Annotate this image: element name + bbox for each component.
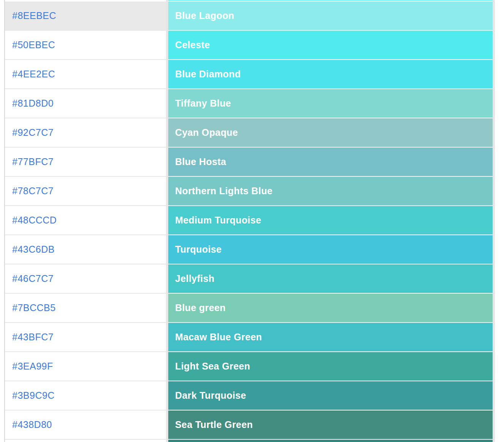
- table-right-border: [493, 411, 495, 440]
- hex-code-link[interactable]: #81D8D0: [12, 98, 54, 109]
- color-swatch: Celeste: [168, 31, 493, 60]
- color-swatch: Blue Hosta: [168, 148, 493, 177]
- table-row: #8EEBEC Blue Lagoon: [5, 2, 495, 31]
- hex-code-link[interactable]: #48CCCD: [12, 215, 57, 226]
- partial-color-swatch-bottom: [168, 440, 493, 442]
- color-name-label: Turquoise: [175, 244, 222, 255]
- hex-code-cell: #3EA99F: [5, 352, 166, 381]
- table-right-border: [493, 352, 495, 381]
- color-name-label: Jellyfish: [175, 273, 215, 284]
- color-table: #8EEBEC Blue Lagoon #50EBEC Celeste #4EE…: [4, 0, 495, 442]
- table-row: #43BFC7 Macaw Blue Green: [5, 323, 495, 352]
- hex-code-cell: #43C6DB: [5, 235, 166, 264]
- hex-code-link[interactable]: #438D80: [12, 419, 52, 430]
- table-row: #78C7C7 Northern Lights Blue: [5, 177, 495, 206]
- color-name-label: Macaw Blue Green: [175, 332, 262, 343]
- hex-code-link[interactable]: #43C6DB: [12, 244, 55, 255]
- hex-code-cell: #438D80: [5, 411, 166, 440]
- color-rows: #8EEBEC Blue Lagoon #50EBEC Celeste #4EE…: [5, 2, 495, 440]
- hex-code-cell: #81D8D0: [5, 89, 166, 118]
- color-name-label: Celeste: [175, 39, 210, 50]
- color-name-label: Blue Lagoon: [175, 10, 234, 21]
- table-right-border: [493, 177, 495, 206]
- hex-code-link[interactable]: #3B9C9C: [12, 390, 55, 401]
- hex-code-link[interactable]: #7BCCB5: [12, 302, 56, 313]
- color-name-label: Cyan Opaque: [175, 127, 238, 138]
- color-name-label: Sea Turtle Green: [175, 419, 253, 430]
- color-swatch: Northern Lights Blue: [168, 177, 493, 206]
- color-name-label: Light Sea Green: [175, 361, 250, 372]
- color-name-label: Northern Lights Blue: [175, 186, 273, 197]
- table-right-border: [493, 323, 495, 352]
- hex-code-link[interactable]: #3EA99F: [12, 361, 53, 372]
- color-name-label: Blue Diamond: [175, 69, 241, 80]
- color-swatch: Sea Turtle Green: [168, 411, 493, 440]
- color-name-label: Blue green: [175, 302, 226, 313]
- hex-code-link[interactable]: #78C7C7: [12, 186, 54, 197]
- color-name-label: Blue Hosta: [175, 156, 226, 167]
- partial-hex-cell-bottom: [5, 440, 166, 442]
- table-row: #4EE2EC Blue Diamond: [5, 60, 495, 89]
- table-right-border: [493, 89, 495, 118]
- color-swatch: Blue Diamond: [168, 60, 493, 89]
- hex-code-link[interactable]: #8EEBEC: [12, 10, 56, 21]
- hex-code-cell: #4EE2EC: [5, 60, 166, 89]
- color-name-label: Medium Turquoise: [175, 215, 261, 226]
- color-swatch: Turquoise: [168, 235, 493, 264]
- table-row: #48CCCD Medium Turquoise: [5, 206, 495, 235]
- table-right-border: [493, 440, 495, 442]
- color-swatch: Dark Turquoise: [168, 381, 493, 411]
- table-row: #3B9C9C Dark Turquoise: [5, 381, 495, 411]
- color-swatch: Blue Lagoon: [168, 2, 493, 31]
- hex-code-cell: #46C7C7: [5, 264, 166, 294]
- table-right-border: [493, 294, 495, 323]
- hex-code-cell: #3B9C9C: [5, 381, 166, 411]
- table-row: #81D8D0 Tiffany Blue: [5, 89, 495, 118]
- color-swatch: Light Sea Green: [168, 352, 493, 381]
- color-swatch: Tiffany Blue: [168, 89, 493, 118]
- hex-code-link[interactable]: #92C7C7: [12, 127, 54, 138]
- hex-code-cell: #78C7C7: [5, 177, 166, 206]
- color-name-label: Tiffany Blue: [175, 98, 231, 109]
- table-row: #438D80 Sea Turtle Green: [5, 411, 495, 440]
- color-swatch: Cyan Opaque: [168, 118, 493, 148]
- table-right-border: [493, 235, 495, 264]
- hex-code-link[interactable]: #46C7C7: [12, 273, 54, 284]
- color-name-label: Dark Turquoise: [175, 390, 246, 401]
- color-swatch: Blue green: [168, 294, 493, 323]
- hex-code-link[interactable]: #77BFC7: [12, 156, 54, 167]
- table-right-border: [493, 206, 495, 235]
- hex-code-link[interactable]: #4EE2EC: [12, 69, 55, 80]
- table-right-border: [493, 264, 495, 294]
- table-row: #46C7C7 Jellyfish: [5, 264, 495, 294]
- hex-code-cell: #8EEBEC: [5, 2, 166, 31]
- hex-code-cell: #43BFC7: [5, 323, 166, 352]
- table-row: #92C7C7 Cyan Opaque: [5, 118, 495, 148]
- hex-code-link[interactable]: #50EBEC: [12, 39, 55, 50]
- hex-code-cell: #48CCCD: [5, 206, 166, 235]
- table-row: #50EBEC Celeste: [5, 31, 495, 60]
- hex-code-cell: #7BCCB5: [5, 294, 166, 323]
- table-right-border: [493, 118, 495, 148]
- table-row: #3EA99F Light Sea Green: [5, 352, 495, 381]
- hex-code-cell: #92C7C7: [5, 118, 166, 148]
- table-row: #43C6DB Turquoise: [5, 235, 495, 264]
- hex-code-link[interactable]: #43BFC7: [12, 332, 54, 343]
- table-right-border: [493, 60, 495, 89]
- table-right-border: [493, 381, 495, 411]
- table-right-border: [493, 2, 495, 31]
- color-swatch: Macaw Blue Green: [168, 323, 493, 352]
- hex-code-cell: #50EBEC: [5, 31, 166, 60]
- table-right-border: [493, 148, 495, 177]
- color-swatch: Jellyfish: [168, 264, 493, 294]
- table-row: #7BCCB5 Blue green: [5, 294, 495, 323]
- hex-code-cell: #77BFC7: [5, 148, 166, 177]
- partial-row-bottom: [5, 440, 495, 442]
- table-right-border: [493, 31, 495, 60]
- color-swatch: Medium Turquoise: [168, 206, 493, 235]
- table-row: #77BFC7 Blue Hosta: [5, 148, 495, 177]
